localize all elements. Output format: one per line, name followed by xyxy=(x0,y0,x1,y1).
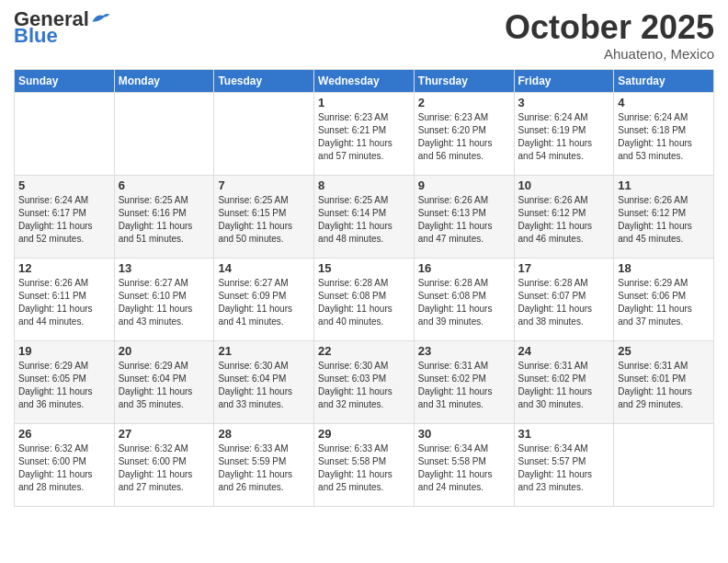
day-info: Sunrise: 6:26 AMSunset: 6:12 PMDaylight:… xyxy=(618,194,710,246)
day-info: Sunrise: 6:28 AMSunset: 6:07 PMDaylight:… xyxy=(518,277,610,328)
day-number: 14 xyxy=(218,261,310,275)
day-number: 25 xyxy=(618,344,710,358)
calendar-cell: 9Sunrise: 6:26 AMSunset: 6:13 PMDaylight… xyxy=(414,175,514,258)
day-number: 20 xyxy=(119,344,210,358)
logo-bird-icon xyxy=(91,9,111,28)
week-row-4: 19Sunrise: 6:29 AMSunset: 6:05 PMDayligh… xyxy=(15,340,714,423)
day-info: Sunrise: 6:24 AMSunset: 6:18 PMDaylight:… xyxy=(618,111,710,163)
calendar-cell: 8Sunrise: 6:25 AMSunset: 6:14 PMDaylight… xyxy=(314,175,415,258)
day-number: 7 xyxy=(218,178,310,192)
day-number: 31 xyxy=(518,427,610,441)
day-header-friday: Friday xyxy=(514,69,614,92)
day-number: 9 xyxy=(418,178,510,192)
calendar-cell: 3Sunrise: 6:24 AMSunset: 6:19 PMDaylight… xyxy=(514,92,614,175)
calendar-cell xyxy=(15,92,115,175)
week-row-1: 1Sunrise: 6:23 AMSunset: 6:21 PMDaylight… xyxy=(15,92,714,175)
day-number: 16 xyxy=(418,261,510,275)
week-row-3: 12Sunrise: 6:26 AMSunset: 6:11 PMDayligh… xyxy=(15,258,714,340)
day-number: 12 xyxy=(18,261,110,275)
calendar-cell: 23Sunrise: 6:31 AMSunset: 6:02 PMDayligh… xyxy=(414,340,514,423)
day-number: 23 xyxy=(418,344,510,358)
title-area: October 2025 Ahuateno, Mexico xyxy=(505,9,714,62)
calendar-cell: 15Sunrise: 6:28 AMSunset: 6:08 PMDayligh… xyxy=(314,258,415,340)
day-header-monday: Monday xyxy=(114,69,214,92)
day-header-wednesday: Wednesday xyxy=(314,69,415,92)
calendar-cell: 16Sunrise: 6:28 AMSunset: 6:08 PMDayligh… xyxy=(414,258,514,340)
day-info: Sunrise: 6:31 AMSunset: 6:01 PMDaylight:… xyxy=(618,360,710,411)
day-number: 1 xyxy=(318,96,410,109)
calendar-cell: 13Sunrise: 6:27 AMSunset: 6:10 PMDayligh… xyxy=(114,258,214,340)
day-number: 26 xyxy=(18,427,110,441)
header: General Blue October 2025 Ahuateno, Mexi… xyxy=(14,9,714,62)
calendar-cell: 20Sunrise: 6:29 AMSunset: 6:04 PMDayligh… xyxy=(114,340,214,423)
calendar-cell: 24Sunrise: 6:31 AMSunset: 6:02 PMDayligh… xyxy=(514,340,614,423)
calendar-cell: 4Sunrise: 6:24 AMSunset: 6:18 PMDaylight… xyxy=(614,92,714,175)
day-info: Sunrise: 6:28 AMSunset: 6:08 PMDaylight:… xyxy=(318,277,410,328)
day-header-tuesday: Tuesday xyxy=(214,69,314,92)
calendar-cell: 19Sunrise: 6:29 AMSunset: 6:05 PMDayligh… xyxy=(15,340,115,423)
calendar-cell: 6Sunrise: 6:25 AMSunset: 6:16 PMDaylight… xyxy=(114,175,214,258)
day-number: 21 xyxy=(218,344,310,358)
calendar-cell: 28Sunrise: 6:33 AMSunset: 5:59 PMDayligh… xyxy=(214,423,314,506)
calendar-body: 1Sunrise: 6:23 AMSunset: 6:21 PMDaylight… xyxy=(15,92,714,506)
day-number: 18 xyxy=(618,261,710,275)
day-number: 10 xyxy=(518,178,610,192)
day-info: Sunrise: 6:32 AMSunset: 6:00 PMDaylight:… xyxy=(119,442,210,494)
calendar-cell: 7Sunrise: 6:25 AMSunset: 6:15 PMDaylight… xyxy=(214,175,314,258)
day-info: Sunrise: 6:28 AMSunset: 6:08 PMDaylight:… xyxy=(418,277,510,328)
calendar-cell: 1Sunrise: 6:23 AMSunset: 6:21 PMDaylight… xyxy=(314,92,415,175)
calendar-cell: 29Sunrise: 6:33 AMSunset: 5:58 PMDayligh… xyxy=(314,423,415,506)
day-info: Sunrise: 6:26 AMSunset: 6:11 PMDaylight:… xyxy=(18,277,110,328)
day-info: Sunrise: 6:29 AMSunset: 6:05 PMDaylight:… xyxy=(18,360,110,411)
calendar-cell: 18Sunrise: 6:29 AMSunset: 6:06 PMDayligh… xyxy=(614,258,714,340)
day-info: Sunrise: 6:24 AMSunset: 6:19 PMDaylight:… xyxy=(518,111,610,163)
calendar-cell: 31Sunrise: 6:34 AMSunset: 5:57 PMDayligh… xyxy=(514,423,614,506)
day-info: Sunrise: 6:31 AMSunset: 6:02 PMDaylight:… xyxy=(418,360,510,411)
day-number: 3 xyxy=(518,96,610,109)
day-info: Sunrise: 6:24 AMSunset: 6:17 PMDaylight:… xyxy=(18,194,110,246)
day-info: Sunrise: 6:26 AMSunset: 6:12 PMDaylight:… xyxy=(518,194,610,246)
day-number: 5 xyxy=(18,178,110,192)
day-info: Sunrise: 6:26 AMSunset: 6:13 PMDaylight:… xyxy=(418,194,510,246)
day-info: Sunrise: 6:25 AMSunset: 6:15 PMDaylight:… xyxy=(218,194,310,246)
day-info: Sunrise: 6:34 AMSunset: 5:57 PMDaylight:… xyxy=(518,442,610,494)
day-info: Sunrise: 6:34 AMSunset: 5:58 PMDaylight:… xyxy=(418,442,510,494)
calendar-cell: 22Sunrise: 6:30 AMSunset: 6:03 PMDayligh… xyxy=(314,340,415,423)
day-number: 27 xyxy=(119,427,210,441)
day-info: Sunrise: 6:30 AMSunset: 6:03 PMDaylight:… xyxy=(318,360,410,411)
calendar-cell: 26Sunrise: 6:32 AMSunset: 6:00 PMDayligh… xyxy=(15,423,115,506)
day-info: Sunrise: 6:23 AMSunset: 6:21 PMDaylight:… xyxy=(318,111,410,163)
day-info: Sunrise: 6:27 AMSunset: 6:10 PMDaylight:… xyxy=(119,277,210,328)
day-info: Sunrise: 6:27 AMSunset: 6:09 PMDaylight:… xyxy=(218,277,310,328)
week-row-5: 26Sunrise: 6:32 AMSunset: 6:00 PMDayligh… xyxy=(15,423,714,506)
week-row-2: 5Sunrise: 6:24 AMSunset: 6:17 PMDaylight… xyxy=(15,175,714,258)
calendar-cell: 17Sunrise: 6:28 AMSunset: 6:07 PMDayligh… xyxy=(514,258,614,340)
location-title: Ahuateno, Mexico xyxy=(505,46,714,62)
day-number: 17 xyxy=(518,261,610,275)
day-number: 8 xyxy=(318,178,410,192)
calendar-cell xyxy=(114,92,214,175)
calendar-cell: 2Sunrise: 6:23 AMSunset: 6:20 PMDaylight… xyxy=(414,92,514,175)
calendar-cell: 27Sunrise: 6:32 AMSunset: 6:00 PMDayligh… xyxy=(114,423,214,506)
day-info: Sunrise: 6:33 AMSunset: 5:58 PMDaylight:… xyxy=(318,442,410,494)
calendar-cell: 21Sunrise: 6:30 AMSunset: 6:04 PMDayligh… xyxy=(214,340,314,423)
day-number: 2 xyxy=(418,96,510,109)
calendar-cell: 30Sunrise: 6:34 AMSunset: 5:58 PMDayligh… xyxy=(414,423,514,506)
day-info: Sunrise: 6:29 AMSunset: 6:06 PMDaylight:… xyxy=(618,277,710,328)
calendar-table: SundayMondayTuesdayWednesdayThursdayFrid… xyxy=(14,69,714,507)
day-number: 19 xyxy=(18,344,110,358)
calendar-cell: 12Sunrise: 6:26 AMSunset: 6:11 PMDayligh… xyxy=(15,258,115,340)
calendar-cell: 25Sunrise: 6:31 AMSunset: 6:01 PMDayligh… xyxy=(614,340,714,423)
day-number: 11 xyxy=(618,178,710,192)
day-number: 24 xyxy=(518,344,610,358)
day-info: Sunrise: 6:29 AMSunset: 6:04 PMDaylight:… xyxy=(119,360,210,411)
day-number: 6 xyxy=(119,178,210,192)
day-info: Sunrise: 6:30 AMSunset: 6:04 PMDaylight:… xyxy=(218,360,310,411)
day-header-saturday: Saturday xyxy=(614,69,714,92)
calendar-cell xyxy=(614,423,714,506)
day-number: 29 xyxy=(318,427,410,441)
calendar-cell: 10Sunrise: 6:26 AMSunset: 6:12 PMDayligh… xyxy=(514,175,614,258)
day-number: 28 xyxy=(218,427,310,441)
day-info: Sunrise: 6:23 AMSunset: 6:20 PMDaylight:… xyxy=(418,111,510,163)
calendar-cell: 11Sunrise: 6:26 AMSunset: 6:12 PMDayligh… xyxy=(614,175,714,258)
